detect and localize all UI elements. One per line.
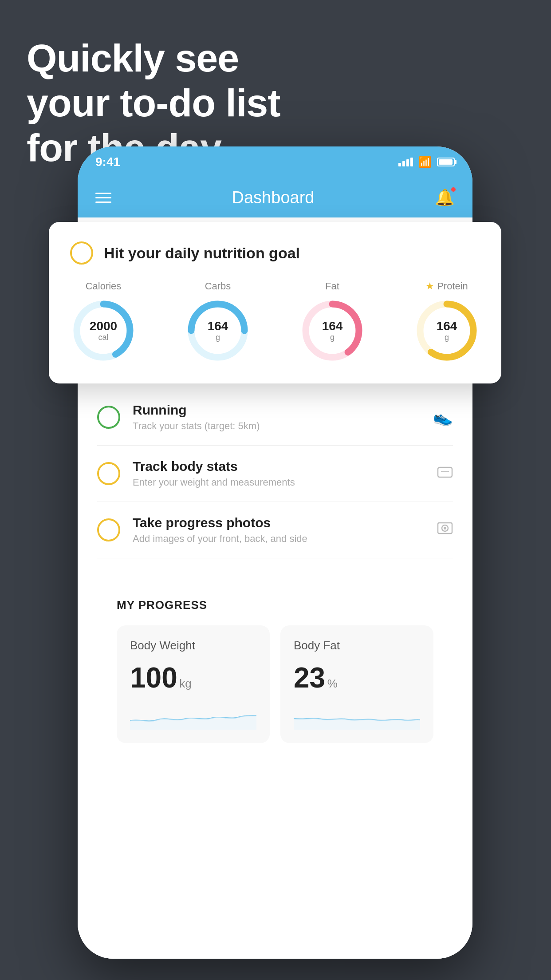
fat-label: Fat [325,281,339,292]
fat-donut: 164 g [299,297,366,364]
nutrition-check[interactable] [70,241,93,265]
status-time: 9:41 [95,155,398,169]
todo-item-body-stats[interactable]: Track body stats Enter your weight and m… [97,446,453,502]
todo-item-running[interactable]: Running Track your stats (target: 5km) 👟 [97,389,453,446]
todo-subtitle-photos: Add images of your front, back, and side [133,533,425,545]
body-fat-title: Body Fat [294,639,420,652]
nutrition-card-title: Hit your daily nutrition goal [104,245,300,262]
status-icons: 📶 [398,156,455,168]
protein-donut: 164 g [413,297,480,364]
nutrition-circles: Calories 2000 cal Carbs [70,281,480,364]
signal-icon [398,158,413,166]
card-header-row: Hit your daily nutrition goal [70,241,480,265]
photo-icon [437,520,453,540]
scale-icon [437,464,453,484]
todo-title-running: Running [133,403,421,418]
body-weight-value: 100 kg [130,661,256,694]
todo-item-photos[interactable]: Take progress photos Add images of your … [97,502,453,558]
body-weight-title: Body Weight [130,639,256,652]
todo-check-body-stats[interactable] [97,462,120,485]
nutrition-carbs: Carbs 164 g [185,281,251,364]
todo-list: Running Track your stats (target: 5km) 👟… [78,389,472,743]
todo-title-body-stats: Track body stats [133,459,425,474]
wifi-icon: 📶 [418,156,432,168]
calories-label: Calories [86,281,122,292]
svg-point-4 [444,527,446,530]
hamburger-menu[interactable] [95,193,111,203]
star-icon: ★ [425,281,434,292]
nutrition-protein: ★ Protein 164 g [413,281,480,364]
carbs-donut: 164 g [185,297,251,364]
battery-icon [437,158,455,166]
nutrition-calories: Calories 2000 cal [70,281,137,364]
calories-donut: 2000 cal [70,297,137,364]
nutrition-fat: Fat 164 g [299,281,366,364]
body-weight-chart [130,703,256,730]
notification-dot [450,186,457,193]
todo-subtitle-body-stats: Enter your weight and measurements [133,477,425,488]
todo-check-photos[interactable] [97,518,120,541]
nutrition-card: Hit your daily nutrition goal Calories 2… [49,222,501,383]
body-fat-value: 23 % [294,661,420,694]
status-bar: 9:41 📶 [78,146,472,178]
running-icon: 👟 [433,408,453,427]
bell-icon[interactable]: 🔔 [435,188,455,207]
progress-cards: Body Weight 100 kg Bod [117,625,433,743]
todo-subtitle-running: Track your stats (target: 5km) [133,420,421,432]
progress-section: MY PROGRESS Body Weight 100 kg [97,576,453,743]
todo-check-running[interactable] [97,406,120,429]
todo-title-photos: Take progress photos [133,515,425,530]
body-weight-card[interactable]: Body Weight 100 kg [117,625,270,743]
nav-bar: Dashboard 🔔 [78,178,472,217]
nav-title: Dashboard [111,188,435,207]
carbs-label: Carbs [205,281,231,292]
progress-header: MY PROGRESS [117,598,433,612]
body-fat-card[interactable]: Body Fat 23 % [280,625,433,743]
protein-label: ★ Protein [425,281,468,292]
body-fat-chart [294,703,420,730]
